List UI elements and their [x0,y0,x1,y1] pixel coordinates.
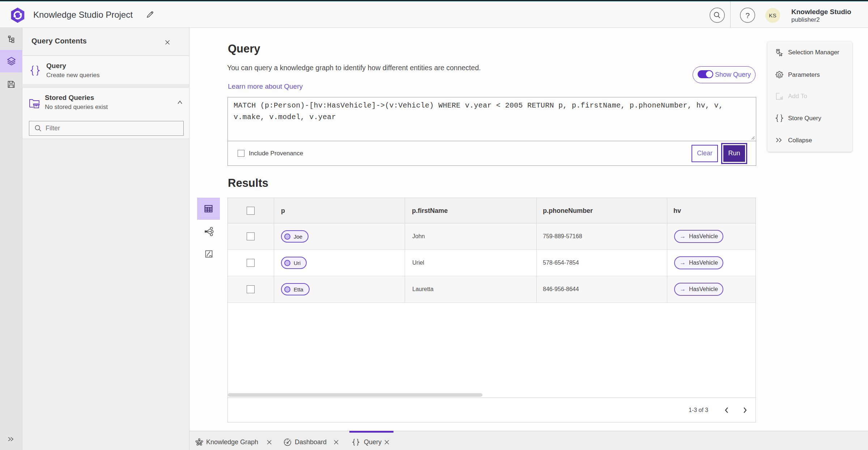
svg-text:?: ? [745,11,750,20]
